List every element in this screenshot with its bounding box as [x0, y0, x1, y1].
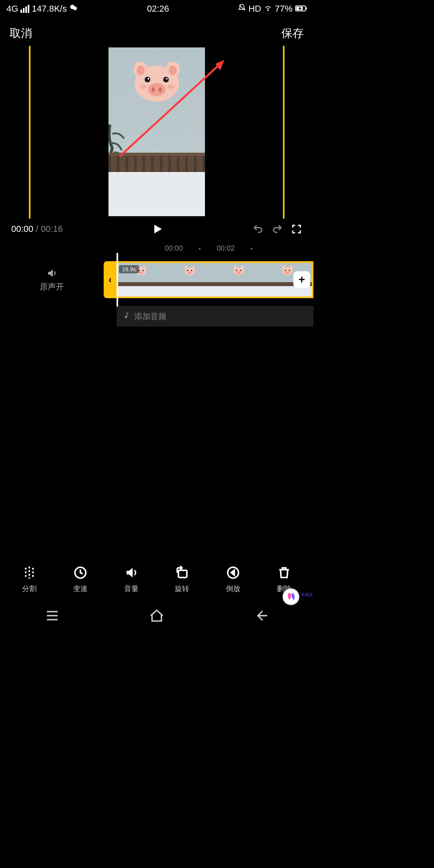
tool-label: 旋转 — [175, 584, 189, 594]
sound-label: 原声开 — [40, 281, 64, 292]
save-button[interactable]: 保存 — [281, 26, 304, 41]
svg-point-30 — [192, 266, 195, 270]
svg-point-27 — [139, 272, 143, 274]
svg-point-10 — [169, 66, 177, 75]
original-sound-toggle[interactable]: 原声开 — [0, 268, 104, 292]
clip-thumbnail — [214, 263, 263, 297]
svg-point-18 — [139, 84, 146, 89]
svg-point-44 — [289, 270, 290, 271]
music-note-icon — [123, 312, 130, 321]
tool-rotate[interactable]: 旋转 — [175, 565, 189, 594]
current-time: 00:00 — [11, 224, 33, 234]
reverse-icon — [226, 565, 240, 580]
back-button[interactable] — [253, 608, 269, 624]
svg-point-1 — [73, 6, 77, 10]
add-audio-button[interactable]: 添加音频 — [117, 306, 313, 327]
svg-point-42 — [289, 266, 293, 270]
svg-point-2 — [268, 10, 268, 11]
wifi-icon — [264, 3, 272, 14]
network-type: 4G — [6, 4, 18, 14]
clip-strip[interactable]: 16.9s — [117, 261, 313, 298]
trash-icon — [277, 565, 291, 580]
tool-label: 分割 — [22, 584, 37, 594]
home-button[interactable] — [149, 608, 165, 624]
svg-point-36 — [241, 266, 244, 270]
top-nav: 取消 保存 — [0, 18, 313, 46]
clip-duration-badge: 16.9s — [119, 265, 139, 273]
timeline-ruler: 00:00 00:02 — [0, 240, 313, 258]
redo-button[interactable] — [272, 223, 283, 235]
fullscreen-button[interactable] — [291, 223, 302, 235]
edit-toolbar: 分割 变速 音量 旋转 倒放 删除 — [0, 557, 313, 602]
svg-point-45 — [285, 272, 289, 274]
menu-button[interactable] — [44, 608, 60, 624]
tool-split[interactable]: 分割 — [22, 565, 37, 594]
svg-point-19 — [167, 84, 174, 89]
tool-volume[interactable]: 音量 — [124, 565, 139, 594]
rotate-icon — [175, 565, 189, 580]
status-time: 02:26 — [147, 4, 169, 14]
trim-handle-right[interactable] — [283, 46, 285, 219]
trim-handle-left[interactable] — [29, 46, 31, 219]
svg-point-37 — [236, 270, 237, 271]
undo-button[interactable] — [252, 223, 264, 235]
svg-point-39 — [237, 272, 241, 274]
status-right: HD 77% — [238, 3, 307, 14]
preview-area — [0, 46, 313, 219]
svg-text:龙城安卓网: 龙城安卓网 — [301, 592, 313, 597]
svg-point-15 — [148, 83, 166, 96]
svg-point-33 — [188, 272, 192, 274]
total-time: 00:16 — [41, 224, 63, 234]
svg-point-29 — [184, 266, 188, 270]
svg-point-31 — [187, 270, 188, 271]
play-button[interactable] — [151, 223, 164, 235]
svg-point-41 — [282, 266, 285, 270]
svg-rect-47 — [178, 570, 187, 577]
split-icon — [22, 565, 37, 580]
timeline[interactable]: 原声开 ‹ 16.9s + — [0, 258, 313, 302]
dnd-icon — [238, 4, 246, 14]
svg-point-12 — [163, 77, 169, 82]
charging-icon — [295, 4, 307, 14]
ruler-dot — [251, 248, 252, 250]
clip-handle-left[interactable]: ‹ — [104, 261, 117, 298]
svg-point-9 — [137, 66, 145, 75]
wechat-icon — [69, 3, 78, 14]
status-bar: 4G 147.8K/s 02:26 HD 77% — [0, 0, 313, 18]
clip-thumbnail — [166, 263, 215, 297]
ruler-dot — [199, 248, 201, 250]
svg-point-38 — [240, 270, 241, 271]
hd-label: HD — [248, 4, 261, 14]
player-controls: 00:00 / 00:16 — [0, 219, 313, 240]
system-nav-bar — [0, 604, 313, 627]
tool-speed[interactable]: 变速 — [73, 565, 88, 594]
network-speed: 147.8K/s — [32, 4, 67, 14]
status-left: 4G 147.8K/s — [6, 3, 78, 14]
cancel-button[interactable]: 取消 — [10, 26, 32, 41]
svg-point-32 — [191, 270, 192, 271]
add-audio-label: 添加音频 — [134, 311, 166, 322]
svg-point-16 — [151, 87, 155, 92]
svg-point-43 — [285, 270, 286, 271]
tool-label: 倒放 — [226, 584, 240, 594]
svg-point-24 — [143, 266, 146, 270]
svg-point-14 — [166, 78, 168, 80]
volume-icon — [124, 565, 139, 580]
signal-icon — [20, 5, 29, 13]
tool-label: 变速 — [73, 584, 88, 594]
video-preview[interactable] — [108, 47, 205, 216]
add-clip-button[interactable]: + — [293, 271, 310, 288]
time-display: 00:00 / 00:16 — [11, 224, 63, 234]
svg-rect-5 — [306, 8, 307, 10]
playhead[interactable] — [117, 253, 118, 307]
battery-percent: 77% — [275, 4, 293, 14]
tool-reverse[interactable]: 倒放 — [226, 565, 240, 594]
svg-point-13 — [147, 78, 149, 80]
time-mark-1: 00:02 — [217, 244, 235, 253]
svg-point-11 — [145, 77, 150, 82]
speaker-icon — [46, 268, 57, 279]
time-mark-0: 00:00 — [165, 244, 183, 253]
watermark: 龙城安卓网 — [282, 585, 313, 608]
svg-point-26 — [142, 270, 143, 271]
svg-point-35 — [233, 266, 237, 270]
